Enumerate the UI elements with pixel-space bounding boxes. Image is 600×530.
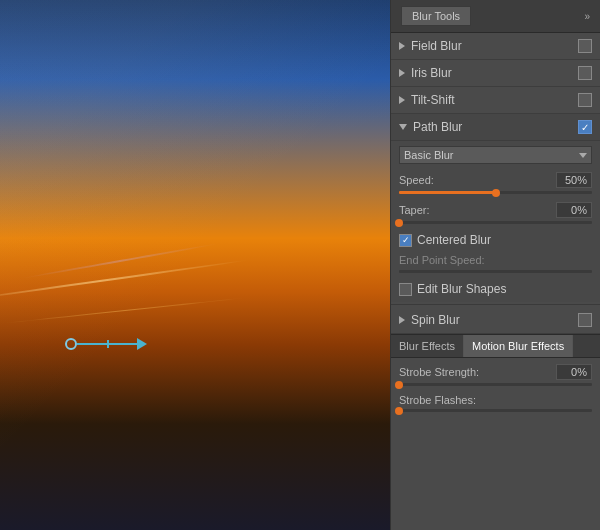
strobe-strength-value[interactable]	[556, 364, 592, 380]
taper-label: Taper:	[399, 204, 430, 216]
taper-slider-thumb[interactable]	[395, 219, 403, 227]
taper-label-row: Taper:	[399, 202, 592, 218]
light-streak-2	[1, 297, 250, 324]
path-blur-item[interactable]: Path Blur	[391, 114, 600, 141]
path-midpoint	[107, 340, 109, 348]
tilt-shift-expand-icon	[399, 96, 405, 104]
path-line	[77, 343, 137, 345]
field-blur-label: Field Blur	[411, 39, 578, 53]
blur-effects-tab[interactable]: Blur Effects	[391, 335, 464, 357]
speed-value-input[interactable]	[556, 172, 592, 188]
light-streak-3	[21, 243, 218, 280]
centered-blur-label: Centered Blur	[417, 233, 491, 247]
edit-shapes-checkbox[interactable]	[399, 283, 412, 296]
strobe-strength-row: Strobe Strength:	[391, 358, 600, 388]
motion-effects-section: Strobe Strength: Strobe Flashes:	[391, 358, 600, 414]
blur-path-control[interactable]	[65, 338, 147, 350]
iris-blur-label: Iris Blur	[411, 66, 578, 80]
field-blur-item[interactable]: Field Blur	[391, 33, 600, 60]
strobe-flashes-row: Strobe Flashes:	[391, 388, 600, 414]
iris-blur-expand-icon	[399, 69, 405, 77]
edit-shapes-row[interactable]: Edit Blur Shapes	[391, 278, 600, 302]
strobe-strength-track[interactable]	[399, 383, 592, 386]
strobe-strength-label: Strobe Strength:	[399, 366, 479, 378]
strobe-flashes-thumb[interactable]	[395, 407, 403, 415]
tilt-shift-checkbox[interactable]	[578, 93, 592, 107]
strobe-strength-label-row: Strobe Strength:	[399, 364, 592, 380]
panel-header: Blur Tools »	[391, 0, 600, 33]
light-streak-1	[0, 259, 249, 303]
speed-slider-track[interactable]	[399, 191, 592, 194]
endpoint-speed-label: End Point Speed:	[399, 254, 592, 266]
path-blur-expand-icon	[399, 124, 407, 130]
iris-blur-checkbox[interactable]	[578, 66, 592, 80]
path-start-point[interactable]	[65, 338, 77, 350]
spin-blur-checkbox[interactable]	[578, 313, 592, 327]
path-blur-label: Path Blur	[413, 120, 578, 134]
field-blur-expand-icon	[399, 42, 405, 50]
strobe-strength-thumb[interactable]	[395, 381, 403, 389]
spin-blur-expand-icon	[399, 316, 405, 324]
speed-slider-fill	[399, 191, 496, 194]
tilt-shift-item[interactable]: Tilt-Shift	[391, 87, 600, 114]
blur-tools-tab[interactable]: Blur Tools	[401, 6, 471, 26]
path-end-arrow[interactable]	[137, 338, 147, 350]
speed-slider-thumb[interactable]	[492, 189, 500, 197]
canvas-area	[0, 0, 390, 530]
spin-blur-item[interactable]: Spin Blur	[391, 307, 600, 334]
panel-collapse-icon[interactable]: »	[584, 11, 590, 22]
iris-blur-item[interactable]: Iris Blur	[391, 60, 600, 87]
field-blur-checkbox[interactable]	[578, 39, 592, 53]
speed-label-row: Speed:	[399, 172, 592, 188]
motion-blur-effects-tab[interactable]: Motion Blur Effects	[464, 335, 573, 357]
divider-1	[391, 304, 600, 305]
speed-slider-row: Speed:	[391, 169, 600, 199]
taper-slider-row: Taper:	[391, 199, 600, 229]
endpoint-speed-track[interactable]	[399, 270, 592, 273]
spin-blur-label: Spin Blur	[411, 313, 578, 327]
strobe-flashes-label-row: Strobe Flashes:	[399, 394, 592, 406]
strobe-flashes-track[interactable]	[399, 409, 592, 412]
blur-type-select[interactable]: Basic Blur Smart Blur	[399, 146, 592, 164]
speed-label: Speed:	[399, 174, 434, 186]
endpoint-speed-row: End Point Speed:	[391, 251, 600, 278]
centered-blur-checkbox[interactable]	[399, 234, 412, 247]
taper-value-input[interactable]	[556, 202, 592, 218]
strobe-flashes-label: Strobe Flashes:	[399, 394, 476, 406]
centered-blur-row[interactable]: Centered Blur	[391, 229, 600, 251]
edit-shapes-label: Edit Blur Shapes	[417, 282, 506, 296]
tilt-shift-label: Tilt-Shift	[411, 93, 578, 107]
effects-tabs: Blur Effects Motion Blur Effects	[391, 334, 600, 358]
basic-blur-dropdown-row: Basic Blur Smart Blur	[391, 141, 600, 169]
taper-slider-track[interactable]	[399, 221, 592, 224]
blur-tools-panel: Blur Tools » Field Blur Iris Blur Tilt-S…	[390, 0, 600, 530]
path-blur-section: Basic Blur Smart Blur Speed: Taper:	[391, 141, 600, 302]
panel-content: Field Blur Iris Blur Tilt-Shift Path Blu…	[391, 33, 600, 530]
path-blur-checkbox[interactable]	[578, 120, 592, 134]
